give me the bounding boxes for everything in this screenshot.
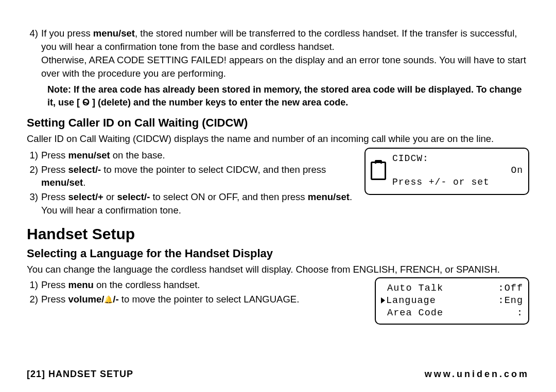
text: volume/ — [68, 294, 104, 305]
lcd-label: Auto Talk — [381, 282, 443, 295]
lcd-label: Language — [381, 295, 436, 307]
step-number: 4) — [27, 27, 41, 80]
text: to select ON or OFF, and then press — [150, 191, 307, 202]
step-text: Press menu on the cordless handset. — [41, 278, 369, 292]
lcd-value: :Eng — [498, 295, 523, 307]
step-text: If you press menu/set, the stored number… — [41, 27, 529, 80]
step-number: 3) — [27, 190, 41, 217]
note-block: Note: If the area code has already been … — [27, 83, 529, 109]
footer-left: [21] HANDSET SETUP — [27, 368, 133, 381]
pointer-icon — [381, 297, 385, 304]
text: Press — [41, 191, 68, 202]
text: to move the pointer to select CIDCW, and… — [101, 164, 326, 175]
text: Press — [41, 294, 68, 305]
step-text: Press select/+ or select/- to select ON … — [41, 190, 358, 217]
language-intro: You can change the language the cordless… — [27, 263, 529, 276]
lcd-display-language: Auto Talk :Off Language :Eng Area Code : — [375, 277, 529, 325]
text: Press — [41, 150, 68, 161]
cidcw-step-1: 1) Press menu/set on the base. — [27, 149, 358, 162]
lcd-label: Area Code — [381, 307, 443, 319]
lang-step-2: 2) Press volume/🔔/- to move the pointer … — [27, 293, 369, 306]
cidcw-step-3: 3) Press select/+ or select/- to select … — [27, 190, 358, 217]
key-select-plus: select/+ — [68, 191, 103, 202]
delete-key-icon: O — [82, 96, 90, 109]
text: If you press — [41, 28, 93, 39]
text: Language — [386, 295, 436, 306]
heading-cidcw: Setting Caller ID on Call Waiting (CIDCW… — [27, 115, 529, 131]
step-number: 2) — [27, 163, 41, 190]
page-number: [21] — [27, 369, 45, 379]
step-text: Press menu/set on the base. — [41, 149, 358, 162]
cidcw-intro: Caller ID on Call Waiting (CIDCW) displa… — [27, 132, 529, 146]
key-menu-set: menu/set — [308, 191, 350, 202]
cidcw-step-2: 2) Press select/- to move the pointer to… — [27, 163, 358, 190]
bell-icon: 🔔 — [104, 295, 113, 305]
text: or — [103, 191, 117, 202]
lcd-display-cidcw: CIDCW: On Press +/- or set — [364, 148, 529, 195]
battery-icon — [371, 162, 386, 180]
lang-step-1: 1) Press menu on the cordless handset. — [27, 278, 369, 292]
step-text: Press volume/🔔/- to move the pointer to … — [41, 293, 369, 306]
footer-url: www.uniden.com — [425, 368, 529, 381]
cidcw-steps: 1) Press menu/set on the base. 2) Press … — [27, 148, 358, 217]
step-text: Press select/- to move the pointer to se… — [41, 163, 358, 190]
note-text: ] (delete) and the number keys to enter … — [90, 97, 348, 108]
key-select-minus: select/- — [117, 191, 150, 202]
lcd-line: CIDCW: — [392, 153, 523, 165]
lcd-value: :Off — [498, 282, 523, 295]
lcd-line: On — [392, 165, 523, 176]
step-4: 4) If you press menu/set, the stored num… — [27, 27, 529, 80]
key-select-minus: select/- — [68, 164, 101, 175]
key-menu-set: menu/set — [93, 28, 135, 39]
lcd-menu-row: Auto Talk :Off — [381, 282, 523, 295]
heading-language: Selecting a Language for the Handset Dis… — [27, 246, 529, 262]
text: Press — [41, 279, 68, 290]
language-steps: 1) Press menu on the cordless handset. 2… — [27, 277, 369, 306]
text: . — [83, 177, 85, 188]
key-menu: menu — [68, 279, 93, 290]
key-volume: volume/🔔/- — [68, 294, 118, 305]
key-menu-set: menu/set — [68, 150, 110, 161]
text: Otherwise, AREA CODE SETTING FAILED! app… — [41, 54, 529, 80]
heading-handset-setup: Handset Setup — [27, 223, 529, 245]
page-body: 4) If you press menu/set, the stored num… — [27, 27, 529, 325]
text: Press — [41, 164, 68, 175]
lcd-value: : — [517, 307, 523, 319]
key-menu-set: menu/set — [41, 177, 83, 188]
text: /- — [113, 294, 118, 305]
lcd-menu-row: Area Code : — [381, 307, 523, 319]
page-footer: [21] HANDSET SETUP www.uniden.com — [27, 368, 529, 381]
step-number: 1) — [27, 149, 41, 162]
step-number: 2) — [27, 293, 41, 306]
text: on the cordless handset. — [94, 279, 200, 290]
text: on the base. — [110, 150, 165, 161]
text: to move the pointer to select LANGUAGE. — [119, 294, 300, 305]
section-name: HANDSET SETUP — [48, 369, 133, 379]
lcd-line: Press +/- or set — [392, 176, 523, 188]
lcd-menu-row-selected: Language :Eng — [381, 295, 523, 307]
step-number: 1) — [27, 278, 41, 292]
